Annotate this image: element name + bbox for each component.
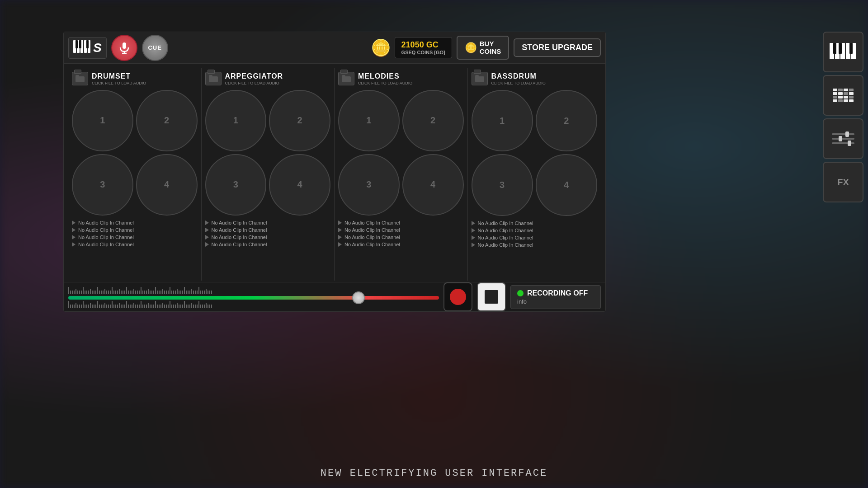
clip-item-3-2[interactable]: No Audio Clip In Channel [472, 235, 598, 240]
clip-text: No Audio Clip In Channel [478, 235, 533, 240]
channel-header-3: BASSDRUM CLICK FILE TO LOAD AUDIO [472, 72, 598, 85]
pad-0-2[interactable]: 3 [72, 154, 133, 216]
pad-0-3[interactable]: 4 [136, 154, 198, 216]
clip-item-1-2[interactable]: No Audio Clip In Channel [205, 235, 331, 240]
folder-icon-3[interactable] [472, 72, 488, 85]
record-dot-icon [450, 289, 466, 305]
channel-name-0: DRUMSET [92, 72, 146, 80]
clip-play-icon [72, 228, 75, 232]
pad-1-2[interactable]: 3 [205, 154, 267, 216]
clip-item-2-2[interactable]: No Audio Clip In Channel [338, 235, 464, 240]
cue-button[interactable]: CUE [142, 35, 168, 61]
folder-icon-1[interactable] [205, 72, 222, 85]
clip-text: No Audio Clip In Channel [212, 235, 267, 240]
store-upgrade-button[interactable]: STORE UPGRADE [514, 38, 601, 57]
fx-label: FX [837, 177, 849, 188]
pad-3-1[interactable]: 2 [536, 90, 597, 151]
stop-button[interactable] [477, 282, 506, 311]
clip-play-icon [205, 235, 209, 239]
pad-3-0[interactable]: 1 [472, 90, 533, 151]
stop-square-icon [485, 290, 498, 304]
record-button[interactable] [443, 282, 472, 311]
mic-button[interactable] [111, 35, 137, 61]
pad-1-1[interactable]: 2 [269, 90, 330, 151]
pads-grid-2: 1234 [338, 90, 464, 216]
clip-item-1-1[interactable]: No Audio Clip In Channel [205, 227, 331, 233]
svg-rect-6 [79, 40, 81, 48]
channel-subtitle-3: CLICK FILE TO LOAD AUDIO [491, 81, 546, 85]
pad-2-1[interactable]: 2 [402, 90, 464, 151]
mic-icon [118, 42, 131, 54]
store-upgrade-label: STORE UPGRADE [522, 43, 593, 52]
clip-item-1-3[interactable]: No Audio Clip In Channel [205, 242, 331, 247]
pad-2-0[interactable]: 1 [338, 90, 400, 151]
svg-rect-8 [123, 42, 126, 49]
slider-thumb[interactable] [352, 291, 365, 304]
sidebar-sequencer-button[interactable] [823, 75, 863, 116]
clip-item-3-1[interactable]: No Audio Clip In Channel [472, 228, 598, 233]
pads-grid-3: 1234 [472, 90, 598, 216]
logo-button[interactable]: S [68, 37, 107, 59]
pad-3-3[interactable]: 4 [536, 154, 597, 216]
channel-3: BASSDRUM CLICK FILE TO LOAD AUDIO 1234 N… [468, 68, 601, 281]
pad-1-0[interactable]: 1 [205, 90, 267, 151]
clip-item-2-1[interactable]: No Audio Clip In Channel [338, 227, 464, 233]
pad-2-2[interactable]: 3 [338, 154, 400, 216]
volume-slider[interactable] [68, 286, 439, 308]
pad-3-2[interactable]: 3 [472, 154, 533, 216]
clip-item-0-0[interactable]: No Audio Clip In Channel [72, 220, 198, 225]
sidebar-mixer-button[interactable] [823, 118, 863, 159]
svg-rect-16 [342, 75, 345, 77]
clip-text: No Audio Clip In Channel [344, 235, 400, 240]
piano-logo-icon [73, 40, 91, 56]
clip-item-0-2[interactable]: No Audio Clip In Channel [72, 235, 198, 240]
clip-item-0-3[interactable]: No Audio Clip In Channel [72, 242, 198, 247]
clip-item-2-3[interactable]: No Audio Clip In Channel [338, 242, 464, 247]
folder-icon-2[interactable] [338, 72, 354, 85]
clip-play-icon [205, 242, 209, 247]
clip-text: No Audio Clip In Channel [78, 242, 134, 247]
clip-text: No Audio Clip In Channel [344, 220, 400, 225]
clips-list-1: No Audio Clip In Channel No Audio Clip I… [205, 220, 331, 247]
clip-text: No Audio Clip In Channel [212, 220, 267, 225]
sequencer-grid-icon [833, 89, 854, 102]
clip-play-icon [472, 221, 475, 225]
channels-grid: DRUMSET CLICK FILE TO LOAD AUDIO 1234 No… [64, 64, 605, 285]
clip-item-0-1[interactable]: No Audio Clip In Channel [72, 227, 198, 233]
pad-0-1[interactable]: 2 [136, 90, 198, 151]
clip-text: No Audio Clip In Channel [78, 227, 134, 233]
pad-2-3[interactable]: 4 [402, 154, 464, 216]
mixer-sliders-icon [832, 133, 854, 144]
sidebar-piano-keys-button[interactable] [823, 32, 863, 72]
clip-play-icon [472, 235, 475, 240]
clip-text: No Audio Clip In Channel [478, 242, 533, 248]
sidebar-fx-button[interactable]: FX [823, 162, 863, 202]
clip-text: No Audio Clip In Channel [212, 227, 267, 233]
folder-icon-0[interactable] [72, 72, 88, 85]
recording-info-text: info [517, 298, 594, 305]
channel-0: DRUMSET CLICK FILE TO LOAD AUDIO 1234 No… [68, 68, 202, 281]
pad-1-3[interactable]: 4 [269, 154, 330, 216]
channel-2: MELODIES CLICK FILE TO LOAD AUDIO 1234 N… [335, 68, 468, 281]
pad-0-0[interactable]: 1 [72, 90, 133, 151]
clip-text: No Audio Clip In Channel [344, 242, 400, 247]
channel-header-0: DRUMSET CLICK FILE TO LOAD AUDIO [72, 72, 198, 85]
clips-list-2: No Audio Clip In Channel No Audio Clip I… [338, 220, 464, 247]
channel-name-3: BASSDRUM [491, 72, 546, 80]
channel-header-1: ARPEGGIATOR CLICK FILE TO LOAD AUDIO [205, 72, 331, 85]
clip-play-icon [72, 235, 75, 239]
clip-item-1-0[interactable]: No Audio Clip In Channel [205, 220, 331, 225]
piano-keys-icon [830, 43, 857, 61]
coins-amount: 21050 GC [401, 40, 445, 50]
clip-item-2-0[interactable]: No Audio Clip In Channel [338, 220, 464, 225]
tick-marks [68, 286, 439, 294]
clip-item-3-0[interactable]: No Audio Clip In Channel [472, 221, 598, 226]
clip-play-icon [472, 243, 475, 247]
clip-text: No Audio Clip In Channel [344, 227, 400, 233]
clip-item-3-3[interactable]: No Audio Clip In Channel [472, 242, 598, 248]
tick-marks-bottom [68, 300, 439, 308]
buy-coins-button[interactable]: 🪙 BUYCOINS [457, 36, 509, 60]
right-sidebar: FX [823, 32, 863, 202]
svg-rect-12 [75, 75, 79, 77]
slider-track[interactable] [68, 296, 439, 300]
